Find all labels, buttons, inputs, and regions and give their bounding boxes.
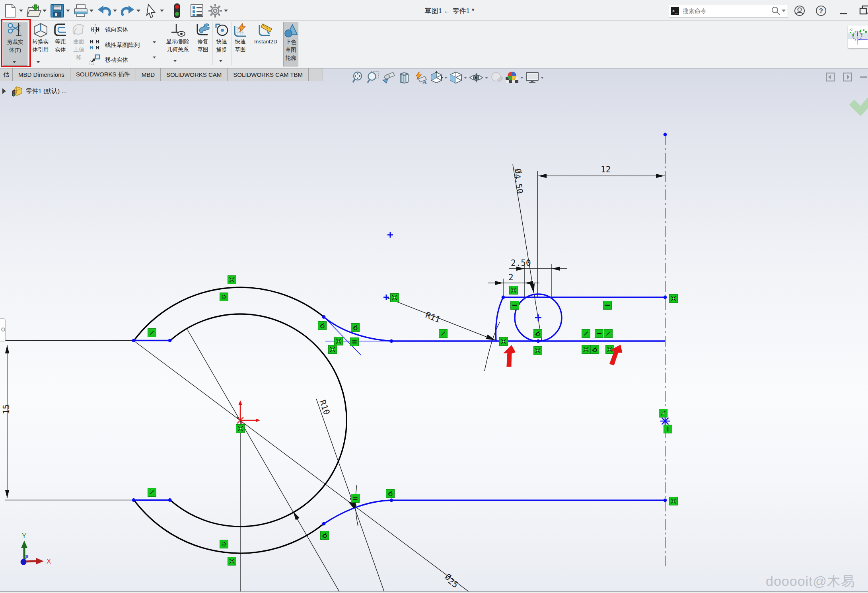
apply-scene-dropdown[interactable] (520, 77, 524, 79)
surface-offset-button[interactable]: 曲面 上偏 移 (70, 22, 88, 66)
constraint-icon-par[interactable] (148, 329, 156, 337)
display-relations-dropdown[interactable] (173, 60, 177, 69)
linear-pattern-button[interactable]: 线性草图阵列 (105, 41, 140, 49)
view-settings-button[interactable] (525, 71, 544, 84)
constraint-icon-x[interactable] (228, 276, 236, 284)
constraint-icon-hor[interactable] (603, 301, 612, 310)
dim-12-text[interactable]: 12 (601, 165, 611, 174)
apply-scene-button[interactable] (505, 71, 524, 84)
sketch-blue-geometry[interactable] (134, 294, 665, 524)
convert-entities-button[interactable]: 转换实 体引用 (29, 22, 52, 66)
select-dropdown[interactable] (160, 10, 164, 12)
undo-dropdown[interactable] (113, 10, 117, 12)
view-settings-dropdown[interactable] (541, 77, 544, 79)
restore-window-icon[interactable] (859, 5, 868, 16)
hide-show-dropdown[interactable] (485, 77, 488, 79)
dim-r10-text[interactable]: R10 (317, 399, 331, 416)
view-orientation-button[interactable] (430, 71, 448, 84)
constraint-icon-x[interactable] (335, 337, 343, 345)
constraint-icon-par[interactable] (148, 488, 156, 497)
constraint-icon-par[interactable] (582, 330, 590, 338)
tab-solidworks-addins[interactable]: SOLIDWORKS 插件 (70, 68, 136, 81)
constraint-icon-x[interactable] (500, 337, 508, 346)
user-account-icon[interactable] (794, 5, 805, 16)
constraint-icon-par[interactable] (439, 330, 448, 338)
constraint-icon-slashdot[interactable] (659, 409, 668, 417)
search-input[interactable] (679, 8, 771, 14)
dim-r11-text[interactable]: R11 (424, 310, 442, 324)
shaded-contours-button[interactable]: 上色 草图 轮廓 (283, 22, 298, 66)
dim-dia25-text[interactable]: Ø25 (442, 572, 461, 590)
constraint-icon-x[interactable] (582, 345, 590, 354)
view-orientation-dropdown[interactable] (444, 77, 448, 79)
constraint-icon-eq[interactable] (350, 338, 359, 346)
constraint-icon-tan[interactable] (318, 322, 327, 330)
constraint-icon-eq[interactable] (351, 494, 360, 503)
search-icon[interactable] (771, 6, 781, 16)
graphics-area[interactable]: 12 2.50 2 15 R10 R11 Ø25 Ø4.50 Y X (0, 68, 868, 591)
tab-evaluate[interactable]: 估 (0, 68, 13, 81)
hide-show-items-button[interactable] (469, 71, 488, 84)
dim-2-text[interactable]: 2 (508, 273, 514, 282)
constraint-icon-tan[interactable] (534, 330, 542, 338)
constraint-icon-tan[interactable] (386, 490, 395, 498)
mirror-entities-button[interactable]: 镜向实体 (105, 26, 128, 33)
display-relations-button[interactable]: 显示/删除 几何关系 (162, 22, 194, 66)
tab-solidworks-cam-tbm[interactable]: SOLIDWORKS CAM TBM (228, 68, 309, 81)
save-dropdown[interactable] (66, 10, 70, 12)
undo-button[interactable] (96, 2, 112, 19)
constraint-icon-x[interactable] (669, 295, 678, 303)
print-button[interactable] (73, 2, 89, 19)
constraint-icon-ver[interactable] (664, 425, 672, 433)
constraint-icon-x[interactable] (228, 557, 236, 566)
constraint-icon-x[interactable] (391, 294, 399, 302)
minimize-icon[interactable] (839, 5, 849, 16)
constraint-icon-curv[interactable] (220, 540, 228, 548)
constraint-icon-curv[interactable] (220, 293, 228, 301)
constraint-icon-tan[interactable] (591, 345, 599, 354)
zoom-area-button[interactable] (366, 71, 380, 84)
rebuild-button[interactable] (169, 2, 185, 19)
constraint-icon-x[interactable] (534, 347, 542, 355)
redo-button[interactable] (120, 2, 136, 19)
constraint-icon-x[interactable] (329, 345, 337, 354)
move-entities-dropdown[interactable] (153, 57, 156, 65)
command-search-box[interactable]: >_ (669, 4, 788, 18)
tab-solidworks-cam[interactable]: SOLIDWORKS CAM (161, 68, 228, 81)
constraint-icon-x[interactable] (669, 497, 678, 505)
new-document-button[interactable] (2, 2, 18, 19)
annotation-views-button[interactable]: A (413, 71, 428, 84)
previous-view-button[interactable] (381, 71, 395, 84)
constraint-icon-hor[interactable] (511, 301, 519, 310)
tab-mbd-dimensions[interactable]: MBD Dimensions (13, 68, 70, 81)
print-dropdown[interactable] (90, 10, 93, 12)
constraint-icon-x[interactable] (510, 286, 518, 295)
feature-tree-root-label[interactable]: 零件1 (默认) ... (26, 87, 66, 96)
quick-snaps-dropdown[interactable] (219, 60, 222, 69)
help-icon[interactable]: ? (815, 5, 827, 16)
offset-entities-button[interactable]: 等距 实体 (53, 22, 68, 66)
display-style-dropdown[interactable] (464, 77, 467, 79)
left-panel-stub[interactable] (0, 318, 6, 341)
move-entities-button[interactable]: 移动实体 (105, 56, 128, 64)
dim-dia450-text[interactable]: Ø4.50 (511, 168, 526, 195)
confirmation-corner-check[interactable] (852, 98, 868, 111)
tab-mbd[interactable]: MBD (136, 68, 161, 81)
dim-15-text[interactable]: 15 (2, 404, 11, 414)
settings-button[interactable] (207, 2, 223, 19)
open-dropdown[interactable] (43, 10, 47, 12)
options-list-button[interactable] (189, 2, 205, 19)
rapid-sketch-button[interactable]: 快速 草图 (232, 22, 248, 66)
linear-pattern-dropdown[interactable] (153, 41, 156, 50)
quick-snaps-button[interactable]: 快速 捕捉 (214, 22, 230, 66)
settings-dropdown[interactable] (224, 10, 228, 12)
feature-tree-expander[interactable] (2, 88, 6, 94)
expand-left-pane-icon[interactable] (826, 72, 835, 82)
collapsed-pane-icon[interactable] (859, 72, 868, 82)
zoom-fit-button[interactable] (352, 71, 365, 84)
constraint-icon-x[interactable] (236, 425, 245, 433)
select-button[interactable] (143, 2, 159, 19)
search-dropdown[interactable] (782, 10, 786, 12)
display-style-button[interactable] (449, 71, 467, 84)
save-button[interactable] (49, 2, 65, 19)
